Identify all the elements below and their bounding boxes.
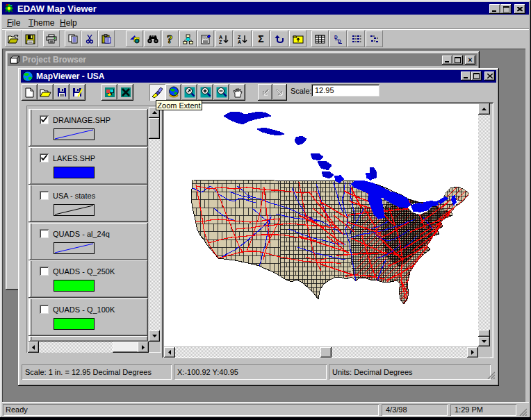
svg-text:Z: Z xyxy=(219,40,222,44)
svg-text:?: ? xyxy=(167,33,173,45)
svg-text:A: A xyxy=(219,35,222,40)
svg-text:D: D xyxy=(338,39,341,44)
svg-text:Z: Z xyxy=(238,35,241,40)
svg-text:A: A xyxy=(238,40,241,44)
